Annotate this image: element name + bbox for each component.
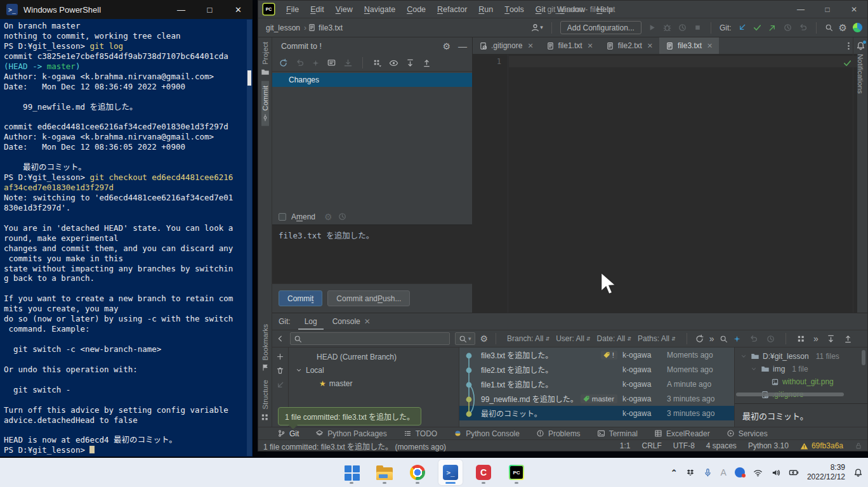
kebab-menu-icon[interactable] <box>844 41 853 51</box>
toolwindow-commit-button[interactable]: Commit <box>261 81 269 126</box>
chevron-down-icon[interactable] <box>750 365 758 373</box>
hide-toolwindow-icon[interactable]: — <box>458 41 467 51</box>
caret-position[interactable]: 1:1 <box>620 441 631 450</box>
toolwindow-python-packages-button[interactable]: Python Packages <box>315 429 386 438</box>
scrollbar-thumb[interactable] <box>247 70 251 86</box>
run-icon[interactable] <box>647 23 657 32</box>
add-configuration-button[interactable]: Add Configuration... <box>560 21 641 34</box>
toolwindow-problems-button[interactable]: Problems <box>536 429 581 438</box>
battery-icon[interactable] <box>789 467 799 477</box>
more-chevron-icon[interactable]: » <box>813 334 819 343</box>
shelve-silently-icon[interactable] <box>312 59 320 67</box>
file-encoding[interactable]: UTF-8 <box>673 441 695 450</box>
filter-user[interactable]: User: All⇵ <box>553 334 593 343</box>
commit-options-gear-icon[interactable]: ⚙ <box>324 212 332 221</box>
close-tab-icon[interactable]: ✕ <box>364 317 371 326</box>
maximize-button[interactable]: □ <box>814 1 841 18</box>
commit-ref-chip[interactable]: ! <box>601 351 617 360</box>
filter-paths[interactable]: Paths: All⇵ <box>635 334 679 343</box>
inspections-ok-icon[interactable] <box>843 58 852 68</box>
preview-diff-icon[interactable] <box>389 58 398 68</box>
shelve-icon[interactable] <box>343 58 353 68</box>
ime-indicator[interactable]: A <box>721 467 727 477</box>
toolwindow-python-console-button[interactable]: Python Console <box>454 429 520 438</box>
breadcrumb-file[interactable]: file3.txt <box>316 23 345 32</box>
rollback-icon[interactable] <box>798 23 808 32</box>
expand-all-icon[interactable] <box>826 334 836 344</box>
add-icon[interactable] <box>276 353 284 361</box>
toolwindow-terminal-button[interactable]: Terminal <box>597 429 638 438</box>
close-tab-icon[interactable]: ✕ <box>707 42 713 50</box>
tab-log[interactable]: Log <box>298 313 324 330</box>
expand-all-icon[interactable] <box>405 58 415 68</box>
close-tab-icon[interactable]: ✕ <box>588 42 593 50</box>
toolwindow-bookmarks-button[interactable]: Bookmarks <box>261 320 269 376</box>
toolwindow-git-button[interactable]: Git <box>277 429 299 438</box>
stop-icon[interactable] <box>693 23 702 32</box>
search-options-box[interactable]: ▾ <box>455 332 475 345</box>
toolwindow-notifications-button[interactable]: Notifications <box>857 51 864 97</box>
git-push-icon[interactable] <box>768 23 777 32</box>
wifi-icon[interactable] <box>753 468 763 477</box>
profiler-icon[interactable] <box>678 23 687 32</box>
commit-notification-balloon[interactable]: 1 file committed: file3.txt を追加した。 <box>278 407 421 425</box>
menu-tools[interactable]: Tools <box>499 1 530 18</box>
menu-edit[interactable]: Edit <box>305 1 330 18</box>
collapse-all-icon[interactable] <box>422 58 431 68</box>
taskbar-pycharm-icon[interactable]: PC <box>504 460 529 485</box>
commit-message-input[interactable]: file3.txt を追加した。 <box>272 224 472 283</box>
branch-head-node[interactable]: HEAD (Current Branch) <box>289 350 459 363</box>
toolwindow-excelreader-button[interactable]: ExcelReader <box>654 429 710 438</box>
changes-node[interactable]: Changes <box>272 73 472 87</box>
commit-options-gear-icon[interactable]: ⚙ <box>442 42 450 51</box>
minimize-button[interactable]: — <box>167 0 195 19</box>
close-button[interactable]: ✕ <box>224 0 253 19</box>
notifications-bell-icon[interactable] <box>856 41 865 51</box>
commit-message-history-icon[interactable] <box>327 58 336 68</box>
commit-ref-chip[interactable]: master <box>581 394 617 403</box>
checkout-icon[interactable] <box>275 380 285 390</box>
editor-tab-file2.txt[interactable]: file2.txt✕ <box>600 37 659 54</box>
editor-tab-file1.txt[interactable]: file1.txt✕ <box>540 37 600 54</box>
line-separator[interactable]: CRLF <box>642 441 662 450</box>
lock-icon[interactable] <box>855 442 862 450</box>
git-update-icon[interactable] <box>737 23 747 32</box>
file-tree-row[interactable]: without_git.png <box>735 375 867 388</box>
revision-hash[interactable]: 69fb3a6a <box>812 441 843 450</box>
toolwindow-project-button[interactable]: Project <box>261 37 270 81</box>
commit-row[interactable]: file2.txt を追加した。k-ogawaMoments ago <box>459 362 734 377</box>
taskbar-camtasia-icon[interactable]: C <box>471 460 496 485</box>
microphone-icon[interactable] <box>703 468 713 477</box>
close-tab-icon[interactable]: ✕ <box>647 42 653 50</box>
breadcrumb-project[interactable]: git_lesson <box>263 23 303 32</box>
editor-tab-file3.txt[interactable]: file3.txt✕ <box>659 37 719 54</box>
debug-icon[interactable] <box>662 23 672 32</box>
toolwindow-todo-button[interactable]: TODO <box>404 429 437 438</box>
group-by-icon[interactable] <box>796 334 806 344</box>
commit-row[interactable]: file1.txt を追加した。k-ogawaA minute ago <box>459 377 734 391</box>
tab-console[interactable]: Console✕ <box>326 313 377 330</box>
taskbar-explorer-icon[interactable] <box>372 460 397 485</box>
vcs-user-icon[interactable]: ▾ <box>530 23 543 32</box>
taskbar-powershell-icon[interactable]: >_ <box>438 460 463 485</box>
taskbar-clock[interactable]: 8:392022/12/12 <box>807 463 845 482</box>
settings-gear-icon[interactable]: ⚙ <box>839 23 847 32</box>
commit-and-push-button[interactable]: Commit and Push... <box>327 290 410 306</box>
search-everywhere-icon[interactable] <box>825 23 833 32</box>
vertical-scrollbar[interactable] <box>862 350 865 365</box>
menu-file[interactable]: File <box>280 1 305 18</box>
branch-master-node[interactable]: ★master <box>289 377 459 390</box>
history-icon[interactable] <box>783 23 792 32</box>
taskbar-chrome-icon[interactable] <box>405 460 430 485</box>
log-settings-gear-icon[interactable]: ⚙ <box>480 334 489 343</box>
toolwindow-services-button[interactable]: Services <box>727 429 768 438</box>
chevron-down-icon[interactable] <box>740 353 747 360</box>
indent-style[interactable]: 4 spaces <box>706 441 737 450</box>
file-tree-row[interactable]: img1 file <box>735 363 867 375</box>
menu-view[interactable]: View <box>330 1 358 18</box>
commit-row[interactable]: 最初のコミット。k-ogawa3 minutes ago <box>459 406 734 420</box>
refresh-icon[interactable] <box>695 334 704 344</box>
menu-code[interactable]: Code <box>401 1 431 18</box>
close-button[interactable]: ✕ <box>841 1 867 18</box>
toolwindow-structure-button[interactable]: Structure <box>260 375 270 427</box>
